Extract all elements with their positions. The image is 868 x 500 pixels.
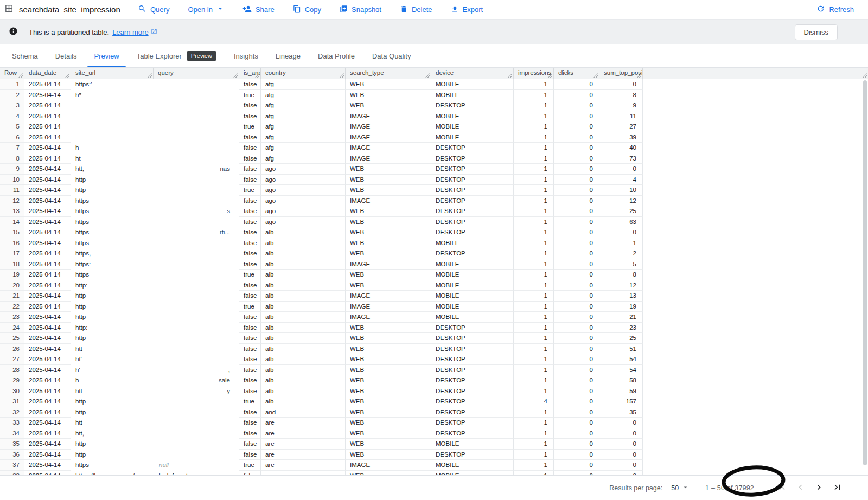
cell-clicks: 0 bbox=[554, 79, 599, 90]
column-resize-handle[interactable] bbox=[863, 73, 867, 78]
cell-clicks: 0 bbox=[554, 185, 599, 196]
redacted-url-fragment: http bbox=[75, 396, 86, 407]
cell-query bbox=[154, 270, 239, 280]
tab-label: Data Profile bbox=[318, 52, 355, 60]
tab-lineage[interactable]: Lineage bbox=[268, 44, 308, 67]
dismiss-button[interactable]: Dismiss bbox=[795, 24, 838, 40]
tab-label: Details bbox=[55, 52, 77, 60]
pagination-bar: Results per page: 50 1 – 50 of 37992 bbox=[0, 475, 868, 500]
share-button[interactable]: Share bbox=[241, 2, 276, 17]
cell-clicks: 0 bbox=[554, 312, 599, 323]
prev-page-button[interactable] bbox=[793, 481, 807, 495]
cell-query: , bbox=[154, 365, 239, 376]
caret-down-icon bbox=[216, 5, 224, 14]
column-resize-handle[interactable] bbox=[508, 73, 512, 78]
cell-sum_top_position: 0 bbox=[599, 428, 643, 439]
cell-data_date: 2025-04-14 bbox=[24, 428, 71, 439]
cell-device: DESKTOP bbox=[431, 354, 514, 365]
cell-is_anon: false bbox=[239, 111, 261, 122]
table-row: 32025-04-14falseafgWEBDESKTOP109 bbox=[0, 100, 868, 111]
column-resize-handle[interactable] bbox=[340, 73, 344, 78]
cell-device: DESKTOP bbox=[431, 323, 514, 334]
cell-device: MOBILE bbox=[431, 280, 514, 291]
cell-device: DESKTOP bbox=[431, 365, 514, 376]
cell-data_date: 2025-04-14 bbox=[24, 248, 71, 259]
cell-query bbox=[154, 79, 239, 90]
column-resize-handle[interactable] bbox=[148, 73, 152, 78]
table-body: 12025-04-14https:'falseafgWEBMOBILE10022… bbox=[0, 79, 868, 476]
cell-row: 30 bbox=[0, 386, 24, 397]
cell-data_date: 2025-04-14 bbox=[24, 386, 71, 397]
table-row: 342025-04-14htt,falseareWEBDESKTOP100 bbox=[0, 428, 868, 439]
cell-device: MOBILE bbox=[431, 121, 514, 132]
cell-data_date: 2025-04-14 bbox=[24, 121, 71, 132]
snapshot-icon bbox=[340, 5, 348, 15]
copy-button[interactable]: Copy bbox=[292, 3, 322, 17]
cell-site_url: http bbox=[71, 302, 154, 312]
cell-site_url: http bbox=[71, 450, 154, 460]
cell-country: alb bbox=[261, 291, 346, 302]
next-page-button[interactable] bbox=[812, 481, 826, 495]
refresh-button[interactable]: Refresh bbox=[815, 2, 855, 17]
column-resize-handle[interactable] bbox=[18, 73, 23, 78]
column-resize-handle[interactable] bbox=[593, 73, 598, 78]
cell-site_url: h* bbox=[71, 90, 154, 101]
cell-device: DESKTOP bbox=[431, 153, 514, 164]
column-resize-handle[interactable] bbox=[425, 73, 430, 78]
redacted-url-fragment: http bbox=[75, 333, 86, 343]
open-in-button[interactable]: Open in bbox=[187, 3, 225, 16]
cell-data_date: 2025-04-14 bbox=[24, 375, 71, 386]
cell-is_anon: true bbox=[239, 90, 261, 101]
cell-sum_top_position: 13 bbox=[599, 291, 643, 302]
cell-search_type: IMAGE bbox=[346, 259, 431, 270]
first-page-icon bbox=[777, 482, 787, 494]
table-grid-icon bbox=[4, 4, 14, 15]
tab-preview[interactable]: Preview bbox=[86, 44, 126, 67]
cell-country: alb bbox=[261, 354, 346, 365]
cell-clicks: 0 bbox=[554, 111, 599, 122]
cell-sum_top_position: 40 bbox=[599, 143, 643, 153]
first-page-button[interactable] bbox=[775, 481, 789, 495]
cell-country: alb bbox=[261, 259, 346, 270]
snapshot-button[interactable]: Snapshot bbox=[339, 3, 382, 17]
cell-country: ago bbox=[261, 185, 346, 196]
column-resize-handle[interactable] bbox=[233, 73, 238, 78]
delete-button[interactable]: Delete bbox=[399, 3, 433, 17]
page-title: searchdata_site_impression bbox=[19, 5, 120, 14]
cell-impressions: 1 bbox=[514, 418, 554, 428]
cell-clicks: 0 bbox=[554, 428, 599, 439]
tab-details[interactable]: Details bbox=[48, 44, 85, 67]
vertical-scrollbar[interactable] bbox=[863, 80, 867, 465]
last-page-button[interactable] bbox=[830, 481, 844, 495]
table-row: 52025-04-14trueafgIMAGEMOBILE1027 bbox=[0, 121, 868, 132]
cell-data_date: 2025-04-14 bbox=[24, 270, 71, 280]
page-size-select[interactable]: 50 bbox=[671, 484, 689, 492]
cell-site_url: http bbox=[71, 185, 154, 196]
tab-schema[interactable]: Schema bbox=[4, 44, 46, 67]
query-button[interactable]: Query bbox=[137, 2, 170, 17]
cell-query bbox=[154, 439, 239, 450]
cell-sum_top_position: 39 bbox=[599, 132, 643, 143]
table-row: 332025-04-14httfalseareWEBDESKTOP100 bbox=[0, 418, 868, 428]
cell-search_type: WEB bbox=[346, 375, 431, 386]
cell-search_type: WEB bbox=[346, 365, 431, 376]
tab-data-profile[interactable]: Data Profile bbox=[310, 44, 362, 67]
column-resize-handle[interactable] bbox=[65, 73, 69, 78]
tab-table-explorer[interactable]: Table ExplorerPreview bbox=[129, 44, 224, 67]
tab-insights[interactable]: Insights bbox=[226, 44, 266, 67]
export-button[interactable]: Export bbox=[450, 3, 484, 17]
page-range-text: 1 – 50 of 37992 bbox=[705, 484, 754, 492]
redacted-url-fragment: htt, bbox=[75, 428, 84, 439]
cell-impressions: 1 bbox=[514, 153, 554, 164]
learn-more-link[interactable]: Learn more bbox=[112, 28, 157, 36]
tab-data-quality[interactable]: Data Quality bbox=[365, 44, 419, 67]
cell-is_anon: false bbox=[239, 143, 261, 153]
cell-search_type: IMAGE bbox=[346, 111, 431, 122]
cell-query bbox=[154, 333, 239, 344]
cell-clicks: 0 bbox=[554, 196, 599, 207]
cell-device: MOBILE bbox=[431, 132, 514, 143]
table-row: 42025-04-14falseafgIMAGEMOBILE1011 bbox=[0, 111, 868, 122]
column-header-country: country bbox=[261, 68, 346, 79]
cell-query: y bbox=[154, 386, 239, 397]
redacted-url-fragment: h* bbox=[75, 90, 81, 100]
